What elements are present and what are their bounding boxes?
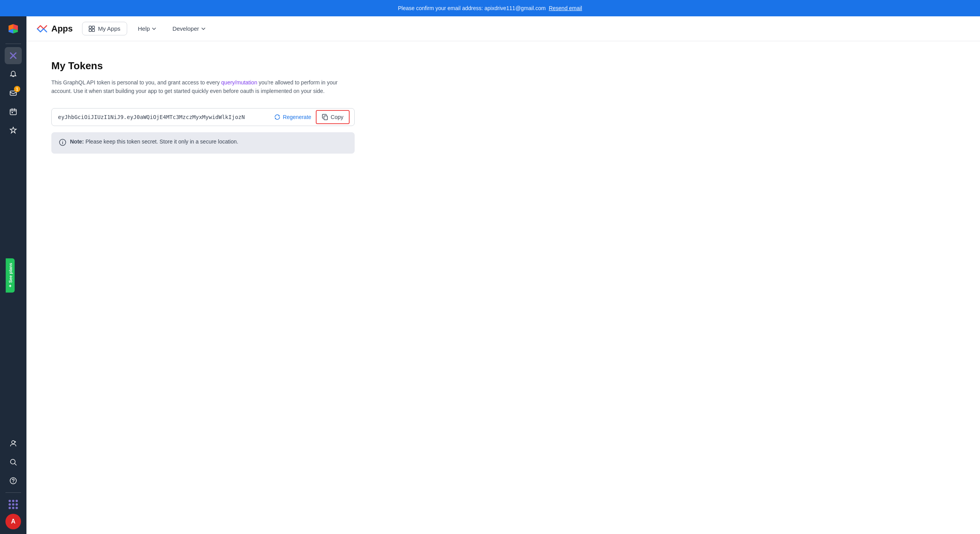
see-plans-button[interactable]: ✦ See plans xyxy=(6,258,15,292)
sidebar-item-inbox[interactable]: 1 xyxy=(5,84,22,102)
developer-label: Developer xyxy=(172,25,199,32)
sidebar-logo[interactable] xyxy=(5,21,21,37)
see-plans-label: See plans xyxy=(8,263,12,282)
highlight-text: query/mutation xyxy=(221,79,257,86)
regenerate-label: Regenerate xyxy=(283,114,311,120)
main-area: Apps My Apps Help Developer xyxy=(26,16,980,534)
brand-icon xyxy=(36,24,48,33)
main-header: Apps My Apps Help Developer xyxy=(26,16,980,41)
help-label: Help xyxy=(138,25,150,32)
svg-point-3 xyxy=(12,441,15,444)
regenerate-button[interactable]: Regenerate xyxy=(271,112,314,123)
page-description: This GraphQL API token is personal to yo… xyxy=(51,78,355,96)
banner-message: Please confirm your email address: apixd… xyxy=(398,5,546,11)
sidebar: 1 ✦ See plans xyxy=(0,16,26,534)
sidebar-item-x[interactable] xyxy=(5,47,22,64)
copy-icon xyxy=(322,114,328,120)
help-nav-item[interactable]: Help xyxy=(133,22,162,35)
see-plans-icon: ✦ xyxy=(8,284,13,288)
svg-rect-1 xyxy=(10,109,16,115)
brand-title: Apps xyxy=(51,24,73,34)
svg-rect-9 xyxy=(89,29,91,32)
sidebar-item-notifications[interactable] xyxy=(5,66,22,83)
grid-icon xyxy=(89,26,95,32)
sidebar-item-users[interactable] xyxy=(5,435,22,452)
sidebar-item-search[interactable] xyxy=(5,453,22,471)
my-apps-button[interactable]: My Apps xyxy=(82,22,127,35)
token-container: Regenerate Copy xyxy=(51,108,355,126)
note-text: Note: Please keep this token secret. Sto… xyxy=(70,138,238,145)
svg-rect-8 xyxy=(92,26,94,28)
token-actions: Regenerate Copy xyxy=(266,110,354,124)
developer-chevron-icon xyxy=(201,26,206,32)
note-box: Note: Please keep this token secret. Sto… xyxy=(51,132,355,154)
developer-nav-item[interactable]: Developer xyxy=(168,22,210,35)
sidebar-item-calendar[interactable] xyxy=(5,103,22,120)
svg-point-6 xyxy=(13,482,14,483)
header-brand: Apps xyxy=(36,24,73,34)
svg-rect-10 xyxy=(92,29,94,32)
sidebar-item-favorites[interactable] xyxy=(5,122,22,139)
svg-rect-7 xyxy=(89,26,91,28)
note-content: Please keep this token secret. Store it … xyxy=(86,138,238,145)
resend-email-link[interactable]: Resend email xyxy=(549,5,582,11)
sidebar-divider-top xyxy=(5,44,21,44)
user-avatar[interactable]: A xyxy=(5,514,21,529)
page-content: My Tokens This GraphQL API token is pers… xyxy=(26,41,980,534)
svg-rect-2 xyxy=(12,112,13,113)
token-input[interactable] xyxy=(52,109,266,126)
copy-button[interactable]: Copy xyxy=(316,110,350,124)
inbox-badge: 1 xyxy=(14,86,20,92)
help-chevron-icon xyxy=(151,26,157,32)
email-confirmation-banner: Please confirm your email address: apixd… xyxy=(0,0,980,16)
svg-rect-11 xyxy=(324,116,327,120)
info-icon xyxy=(59,139,66,147)
note-label: Note: xyxy=(70,138,84,145)
copy-label: Copy xyxy=(331,114,343,120)
sidebar-divider-bottom xyxy=(5,492,21,493)
my-apps-label: My Apps xyxy=(98,25,121,32)
sidebar-item-apps-grid[interactable] xyxy=(5,496,22,513)
page-title: My Tokens xyxy=(51,60,955,72)
regenerate-icon xyxy=(274,114,280,120)
apps-grid-icon xyxy=(9,500,18,509)
avatar-letter: A xyxy=(11,518,16,525)
svg-point-13 xyxy=(62,140,63,141)
svg-point-4 xyxy=(10,459,15,464)
sidebar-item-help[interactable] xyxy=(5,472,22,489)
